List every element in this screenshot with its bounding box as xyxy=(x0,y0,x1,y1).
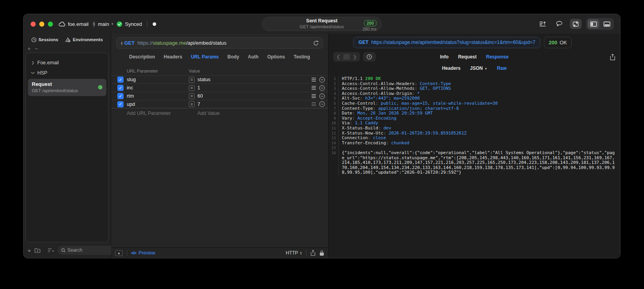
tab-info[interactable]: Info xyxy=(440,54,449,60)
params-header-row: URL Parameter Value xyxy=(111,67,328,75)
equals-operator-icon[interactable]: = xyxy=(189,85,195,91)
add-param-row[interactable]: Add URL Parameter Add Value xyxy=(111,108,328,118)
request-response-toggle-button[interactable] xyxy=(570,19,582,29)
equals-operator-icon[interactable]: = xyxy=(189,101,195,107)
param-name-input[interactable]: slug xyxy=(127,77,189,82)
lasso-button[interactable] xyxy=(553,19,565,29)
remove-param-button[interactable] xyxy=(319,77,325,83)
equals-operator-icon[interactable]: = xyxy=(189,77,195,83)
subtab-json[interactable]: JSON▼ xyxy=(470,65,488,71)
param-name-input[interactable]: upd xyxy=(127,102,189,107)
back-button[interactable]: ❮ xyxy=(333,54,343,60)
titlebar-separator xyxy=(147,21,148,27)
request-url-text[interactable]: https://statuspage.me/api/embed/status xyxy=(137,40,226,46)
line-number: 12 xyxy=(328,131,339,136)
param-enabled-checkbox[interactable]: ✓ xyxy=(117,85,124,91)
branch-menu[interactable]: main ▾ xyxy=(92,21,113,27)
param-enabled-checkbox[interactable]: ✓ xyxy=(117,101,124,107)
tab-testing[interactable]: Testing xyxy=(294,54,310,60)
remove-param-button[interactable] xyxy=(319,101,325,107)
project-menu[interactable]: foe.email xyxy=(58,21,89,27)
add-url-parameter-placeholder[interactable]: Add URL Parameter xyxy=(127,111,189,116)
line-number: 6 xyxy=(328,101,339,106)
tab-options[interactable]: Options xyxy=(267,54,285,60)
group-hsp[interactable]: ❯ HSP xyxy=(26,68,108,78)
protocol-select[interactable]: HTTP ▲▼ xyxy=(286,250,302,256)
export-lines-button[interactable] xyxy=(537,19,549,29)
drag-handle-icon[interactable] xyxy=(312,78,316,82)
add-value-placeholder[interactable]: Add Value xyxy=(189,111,305,116)
sort-filter-button[interactable] xyxy=(47,248,54,253)
param-name-input[interactable]: rtm xyxy=(127,93,189,99)
export-response-button[interactable] xyxy=(610,54,615,60)
line-number: 15 xyxy=(328,145,339,151)
preview-toggle[interactable]: </> Preview xyxy=(131,250,155,256)
drag-handle-icon[interactable] xyxy=(312,86,316,90)
list-filter-icon xyxy=(47,248,54,253)
sync-status[interactable]: Synced xyxy=(117,21,142,27)
new-request-button[interactable]: + xyxy=(27,247,31,254)
line-content: {"incidents":null,"overall":{"code":"ope… xyxy=(339,151,620,175)
sidebar-request-item[interactable]: Request GET /api/embed/status xyxy=(28,79,106,96)
chevron-right-icon: ❯ xyxy=(31,61,35,65)
equals-operator-icon[interactable]: = xyxy=(189,93,195,99)
export-request-button[interactable] xyxy=(310,250,316,256)
remove-param-button[interactable] xyxy=(319,93,325,99)
line-number: 2 xyxy=(328,82,339,87)
method-select[interactable]: ▲▼ GET xyxy=(120,40,135,46)
toggle-sidebar-button[interactable] xyxy=(587,19,599,29)
forward-button[interactable]: ❯ xyxy=(350,54,360,60)
sent-request-url-box[interactable]: GET https://statuspage.me/api/embed/stat… xyxy=(353,37,540,48)
collapse-editor-button[interactable]: ▲ xyxy=(115,250,123,256)
param-name-input[interactable]: inc xyxy=(127,85,189,91)
tab-description[interactable]: Description xyxy=(129,54,155,60)
drag-handle-icon[interactable] xyxy=(312,102,316,106)
sent-method: GET xyxy=(358,40,369,45)
request-tabs: Description Headers URL Params Body Auth… xyxy=(111,51,328,63)
param-value-input[interactable]: 7 xyxy=(197,102,200,107)
sync-status-label: Synced xyxy=(125,21,142,27)
response-subtabs: Headers JSON▼ Raw xyxy=(328,63,620,73)
response-raw-body[interactable]: 1HTTP/1.1 200 OK2Access-Control-Allow-He… xyxy=(328,73,620,258)
sent-request-summary[interactable]: Sent Request GET /api/embed/status 200 2… xyxy=(262,17,382,31)
protocol-stepper-icon: ▲▼ xyxy=(300,251,302,255)
tab-sessions[interactable]: Sessions xyxy=(31,37,58,42)
close-window-button[interactable] xyxy=(31,22,36,27)
resend-request-button[interactable] xyxy=(313,40,319,46)
tab-body[interactable]: Body xyxy=(228,54,239,60)
history-button[interactable] xyxy=(363,52,376,62)
subtab-raw[interactable]: Raw xyxy=(497,65,507,71)
param-enabled-checkbox[interactable]: ✓ xyxy=(117,76,124,83)
tab-request[interactable]: Request xyxy=(458,54,476,60)
line-number: 1 xyxy=(328,76,339,82)
group-foe-email-label: Foe.email xyxy=(37,60,59,65)
add-session-button[interactable]: + xyxy=(27,45,31,52)
desktop: foe.email main ▾ Synced xyxy=(0,0,644,289)
titlebar-left: foe.email main ▾ Synced xyxy=(58,21,156,27)
param-value-input[interactable]: 1 xyxy=(197,85,200,91)
code-icon: </> xyxy=(131,251,136,255)
tab-headers[interactable]: Headers xyxy=(164,54,182,60)
share-icon xyxy=(610,54,615,60)
param-enabled-checkbox[interactable]: ✓ xyxy=(117,93,124,99)
request-url-field[interactable]: ▲▼ GET https://statuspage.me/api/embed/s… xyxy=(116,37,323,49)
ssl-lock-button[interactable] xyxy=(319,250,324,256)
new-folder-button[interactable] xyxy=(35,248,40,253)
toggle-bottom-panel-button[interactable] xyxy=(601,19,613,29)
remove-param-button[interactable] xyxy=(319,85,325,91)
minimize-window-button[interactable] xyxy=(39,22,44,27)
tab-response[interactable]: Response xyxy=(486,54,508,60)
response-line: 16{"incidents":null,"overall":{"code":"o… xyxy=(328,151,620,175)
param-value-input[interactable]: status xyxy=(197,77,210,82)
line-number: 11 xyxy=(328,126,339,131)
remove-session-button[interactable]: − xyxy=(35,45,38,52)
group-foe-email[interactable]: ❯ Foe.email xyxy=(26,58,108,68)
tab-url-params[interactable]: URL Params xyxy=(191,54,219,60)
drag-handle-icon[interactable] xyxy=(312,94,316,98)
tab-auth[interactable]: Auth xyxy=(248,54,259,60)
param-value-input[interactable]: 60 xyxy=(197,93,203,99)
url-scheme: https:// xyxy=(137,40,153,46)
subtab-headers[interactable]: Headers xyxy=(442,65,460,71)
tab-environments[interactable]: Environments xyxy=(65,37,103,42)
zoom-window-button[interactable] xyxy=(48,22,53,27)
